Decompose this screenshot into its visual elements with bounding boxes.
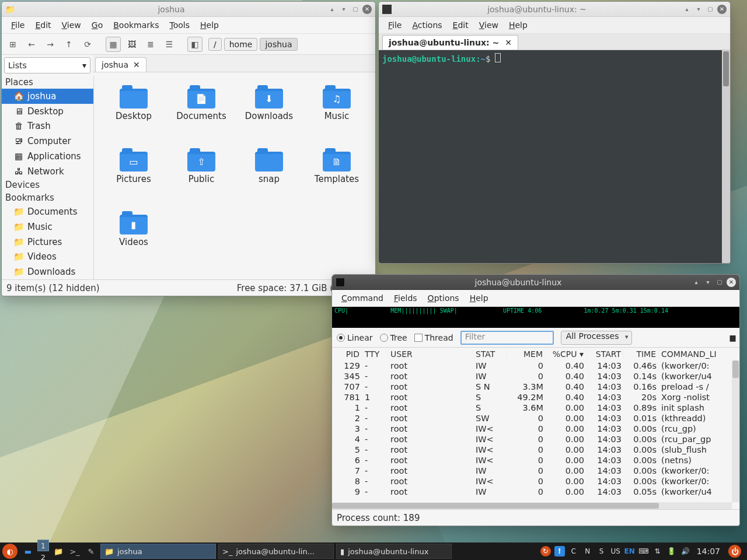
minimize-icon[interactable]: ▾ <box>339 5 348 14</box>
maximize-icon[interactable]: ▢ <box>715 278 724 287</box>
col-pid[interactable]: PID <box>332 349 362 359</box>
col-tty[interactable]: TTY <box>362 349 388 359</box>
battery-icon[interactable]: 🔋 <box>666 546 677 556</box>
path-disk-icon[interactable]: ◧ <box>187 37 203 52</box>
rollup-icon[interactable]: ▴ <box>327 5 337 14</box>
minimize-icon[interactable]: ▾ <box>694 5 703 14</box>
sidebar-item-network[interactable]: 🖧Network <box>2 164 93 179</box>
nav-back-button[interactable]: ← <box>24 37 39 52</box>
volume-icon[interactable]: 🔊 <box>680 546 691 556</box>
folder-music[interactable]: ♫Music <box>303 85 371 148</box>
sidebar-item-joshua[interactable]: 🏠joshua <box>2 89 93 104</box>
show-desktop-button[interactable]: ▬ <box>21 544 35 558</box>
table-row[interactable]: 4-rootIW<00.0014:030.00s(rcu_par_gp <box>332 434 739 444</box>
sidebar-item-documents[interactable]: 📁Documents <box>2 204 93 219</box>
menu-bookmarks[interactable]: Bookmarks <box>109 19 163 32</box>
folder-templates[interactable]: 🗎Templates <box>303 148 371 211</box>
folder-pictures[interactable]: ▭Pictures <box>100 148 167 211</box>
menu-actions[interactable]: Actions <box>407 19 446 32</box>
menu-edit[interactable]: Edit <box>448 19 473 32</box>
sidebar-item-downloads[interactable]: 📁Downloads <box>2 264 93 279</box>
folder-videos[interactable]: ▮Videos <box>100 211 167 274</box>
reload-button[interactable]: ⟳ <box>80 37 95 52</box>
col-start[interactable]: START <box>587 349 624 359</box>
folder-public[interactable]: ⇧Public <box>167 148 235 211</box>
table-row[interactable]: 1-rootS3.6M0.0014:030.89sinit splash <box>332 402 739 413</box>
table-row[interactable]: 7-rootIW00.0014:030.00s(kworker/0: <box>332 466 739 476</box>
table-row[interactable]: 345-rootIW00.4014:030.14s(kworker/u4 <box>332 371 739 382</box>
maximize-icon[interactable]: ▢ <box>351 5 360 14</box>
view-compact-button[interactable]: ≣ <box>143 37 158 52</box>
view-icons-button[interactable]: ▦ <box>106 37 121 52</box>
taskbar-task[interactable]: ▮joshua@ubuntu-linux <box>336 544 452 559</box>
close-icon[interactable]: ✕ <box>727 278 736 287</box>
col-cpu[interactable]: %CPU ▾ <box>546 349 587 359</box>
table-scrollbar-v[interactable] <box>732 360 739 502</box>
term-tab[interactable]: joshua@ubuntu-linux: ~ ✕ <box>382 35 518 50</box>
power-button[interactable]: ⏻ <box>728 545 741 558</box>
tab-close-icon[interactable]: ✕ <box>505 38 512 47</box>
rollup-icon[interactable]: ▴ <box>682 5 692 14</box>
pv-titlebar[interactable]: joshua@ubuntu-linux ▴ ▾ ▢ ✕ <box>332 275 739 290</box>
term-titlebar[interactable]: joshua@ubuntu-linux: ~ ▴ ▾ ▢ ✕ <box>379 2 730 17</box>
sidebar-mode-select[interactable]: Lists ▾ <box>4 57 90 74</box>
terminal-body[interactable]: joshua@ubuntu-linux:~$ <box>379 50 730 263</box>
menu-help[interactable]: Help <box>504 19 532 32</box>
launcher-editor-icon[interactable]: ✎ <box>84 544 98 558</box>
clock[interactable]: 14:07 <box>694 547 722 556</box>
sidebar-item-trash[interactable]: 🗑Trash <box>2 118 93 134</box>
menu-help[interactable]: Help <box>465 292 493 304</box>
menu-view[interactable]: View <box>474 19 503 32</box>
path-segment[interactable]: home <box>224 38 258 51</box>
tray-info-icon[interactable]: ! <box>554 546 565 556</box>
folder-snap[interactable]: snap <box>235 148 303 211</box>
term-scrollbar[interactable] <box>722 50 730 263</box>
menu-file[interactable]: File <box>6 19 29 32</box>
filter-input[interactable]: Filter <box>460 331 554 345</box>
view-tree-radio[interactable]: Tree <box>380 333 407 342</box>
col-commandli[interactable]: COMMAND_LI <box>659 349 739 359</box>
menu-tools[interactable]: Tools <box>165 19 194 32</box>
table-header[interactable]: PIDTTYUSERSTATMEM%CPU ▾STARTTIMECOMMAND_… <box>332 348 739 360</box>
view-list-button[interactable]: ☰ <box>162 37 177 52</box>
sidebar-item-pictures[interactable]: 📁Pictures <box>2 235 93 250</box>
workspace-2[interactable]: 2 <box>37 551 49 560</box>
table-row[interactable]: 7811rootS49.2M0.4014:0320sXorg -nolist <box>332 392 739 402</box>
maximize-icon[interactable]: ▢ <box>706 5 715 14</box>
table-row[interactable]: 2-rootSW00.0014:030.01s(kthreadd) <box>332 413 739 424</box>
nav-forward-button[interactable]: → <box>43 37 58 52</box>
folder-desktop[interactable]: Desktop <box>100 85 167 148</box>
fm-titlebar[interactable]: 📁 joshua ▴ ▾ ▢ ✕ <box>2 2 375 17</box>
language-indicator[interactable]: EN <box>624 546 635 556</box>
fm-tab[interactable]: joshua ✕ <box>95 57 146 72</box>
menu-edit[interactable]: Edit <box>30 19 55 32</box>
table-row[interactable]: 8-rootIW<00.0014:030.00s(kworker/0: <box>332 476 739 487</box>
launcher-files-icon[interactable]: 📁 <box>51 544 65 558</box>
close-icon[interactable]: ✕ <box>717 5 727 14</box>
menu-view[interactable]: View <box>57 19 86 32</box>
tray-update-icon[interactable]: ↻ <box>540 546 551 556</box>
folder-downloads[interactable]: ⬇Downloads <box>235 85 303 148</box>
network-icon[interactable]: ⇅ <box>652 546 663 556</box>
nav-up-button[interactable]: ↑ <box>61 37 76 52</box>
keyboard-icon[interactable]: ⌨ <box>638 546 649 556</box>
workspace-1[interactable]: 1 <box>37 540 49 551</box>
col-mem[interactable]: MEM <box>507 349 546 359</box>
table-row[interactable]: 707-rootS N3.3M0.4014:030.16spreload -s … <box>332 382 739 392</box>
path-segment[interactable]: joshua <box>260 38 297 51</box>
scope-select[interactable]: All Processes <box>561 331 633 345</box>
col-time[interactable]: TIME <box>624 349 659 359</box>
sidebar-item-desktop[interactable]: 🖥Desktop <box>2 104 93 119</box>
path-segment[interactable]: / <box>208 38 222 51</box>
sidebar-item-videos[interactable]: 📁Videos <box>2 250 93 265</box>
table-row[interactable]: 3-rootIW<00.0014:030.00s(rcu_gp) <box>332 424 739 434</box>
menu-fields[interactable]: Fields <box>389 292 422 304</box>
view-thumbs-button[interactable]: 🖼 <box>124 37 139 52</box>
taskbar-task[interactable]: 📁joshua <box>100 544 216 559</box>
rollup-icon[interactable]: ▴ <box>692 278 701 287</box>
close-icon[interactable]: ✕ <box>362 5 372 14</box>
menu-file[interactable]: File <box>383 19 406 32</box>
view-thread-check[interactable]: Thread <box>414 333 453 342</box>
taskbar-task[interactable]: >_joshua@ubuntu-lin... <box>218 544 334 559</box>
pause-button[interactable]: ▮▮ <box>729 333 735 342</box>
